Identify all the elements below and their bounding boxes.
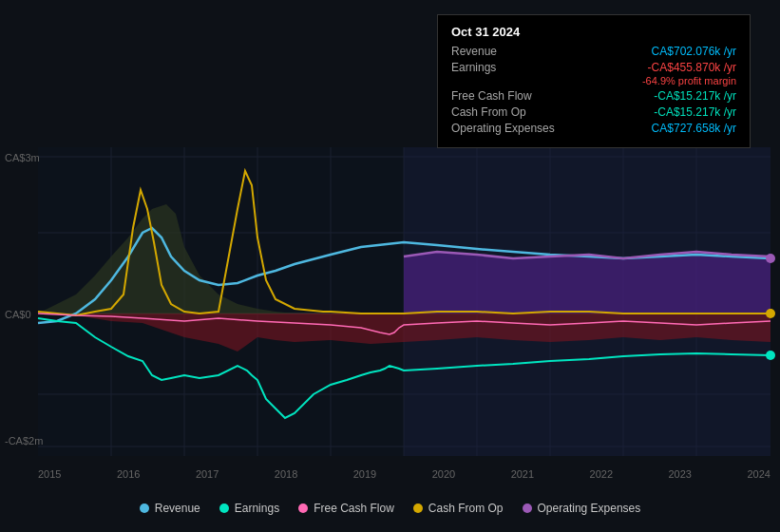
- y-axis-top: CA$3m: [5, 152, 40, 163]
- legend-fcf-label: Free Cash Flow: [314, 502, 394, 515]
- tooltip-opex-label: Operating Expenses: [451, 122, 555, 135]
- tooltip-fcf-label: Free Cash Flow: [451, 89, 532, 103]
- legend-fcf[interactable]: Free Cash Flow: [298, 502, 394, 515]
- legend-opex[interactable]: Operating Expenses: [523, 502, 641, 515]
- tooltip-revenue-value: CA$702.076k /yr: [652, 45, 736, 58]
- legend-cfo-label: Cash From Op: [428, 502, 504, 515]
- legend-earnings-dot: [219, 504, 229, 513]
- tooltip-opex-value: CA$727.658k /yr: [652, 122, 736, 135]
- tooltip: Oct 31 2024 Revenue CA$702.076k /yr Earn…: [437, 14, 751, 148]
- tooltip-cfo-value: -CA$15.217k /yr: [654, 105, 736, 119]
- chart-legend: Revenue Earnings Free Cash Flow Cash Fro…: [0, 502, 780, 515]
- tooltip-revenue-row: Revenue CA$702.076k /yr: [451, 45, 736, 58]
- x-label-2021: 2021: [511, 468, 534, 480]
- x-label-2023: 2023: [669, 468, 692, 480]
- tooltip-revenue-label: Revenue: [451, 45, 497, 58]
- tooltip-fcf-value: -CA$15.217k /yr: [654, 89, 736, 103]
- y-axis-bot: -CA$2m: [5, 435, 43, 446]
- x-label-2016: 2016: [117, 468, 140, 480]
- x-label-2018: 2018: [275, 468, 297, 480]
- x-label-2024: 2024: [747, 468, 770, 480]
- legend-revenue-label: Revenue: [155, 502, 200, 515]
- x-label-2020: 2020: [432, 468, 455, 480]
- tooltip-cfo-label: Cash From Op: [451, 105, 526, 119]
- x-label-2022: 2022: [590, 468, 613, 480]
- tooltip-earnings-value: -CA$455.870k /yr: [648, 61, 736, 74]
- tooltip-cfo-row: Cash From Op -CA$15.217k /yr: [451, 105, 736, 119]
- x-label-2017: 2017: [196, 468, 219, 480]
- legend-revenue[interactable]: Revenue: [140, 502, 200, 515]
- svg-point-20: [766, 351, 775, 360]
- legend-revenue-dot: [140, 504, 149, 513]
- tooltip-fcf-row: Free Cash Flow -CA$15.217k /yr: [451, 89, 736, 103]
- tooltip-profit-margin: -64.9% profit margin: [451, 75, 736, 86]
- svg-point-18: [766, 254, 775, 263]
- x-label-2015: 2015: [38, 468, 61, 480]
- legend-earnings-label: Earnings: [235, 502, 279, 515]
- chart-container: CA$3m CA$0 -CA$2m 2015 2016 2017 2018 20…: [0, 0, 780, 532]
- legend-opex-label: Operating Expenses: [538, 502, 641, 515]
- y-axis-mid: CA$0: [5, 309, 31, 320]
- legend-cfo-dot: [413, 504, 423, 513]
- legend-cfo[interactable]: Cash From Op: [413, 502, 504, 515]
- svg-point-19: [766, 309, 775, 318]
- legend-earnings[interactable]: Earnings: [219, 502, 279, 515]
- legend-fcf-dot: [298, 504, 308, 513]
- tooltip-earnings-label: Earnings: [451, 61, 496, 74]
- legend-opex-dot: [523, 504, 532, 513]
- tooltip-opex-row: Operating Expenses CA$727.658k /yr: [451, 122, 736, 135]
- tooltip-earnings-row: Earnings -CA$455.870k /yr: [451, 61, 736, 74]
- tooltip-date: Oct 31 2024: [451, 25, 736, 39]
- x-label-2019: 2019: [353, 468, 376, 480]
- x-axis-labels: 2015 2016 2017 2018 2019 2020 2021 2022 …: [38, 468, 770, 480]
